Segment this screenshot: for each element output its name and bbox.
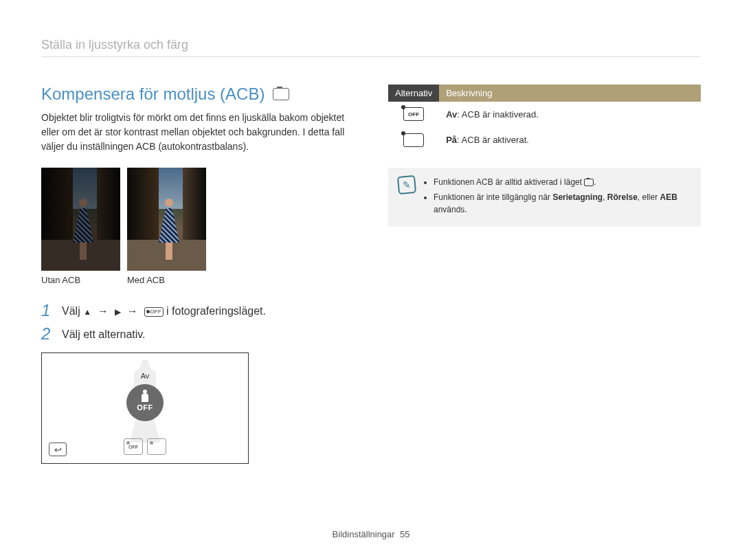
back-button[interactable]: ↩: [49, 443, 67, 456]
note-line-2: Funktionen är inte tillgänglig när Serie…: [434, 191, 691, 216]
selected-option-icon-text: OFF: [137, 403, 153, 412]
footer: Bildinställningar 55: [0, 529, 742, 539]
selected-option-pill[interactable]: Av OFF: [126, 384, 164, 421]
camera-screen: Av OFF OFF ↩: [41, 352, 249, 464]
footer-page: 55: [400, 529, 409, 539]
example-photos: Utan ACB Med ACB: [41, 168, 354, 285]
step-number: 2: [41, 326, 55, 342]
caption-without-acb: Utan ACB: [41, 275, 120, 285]
step-number: 1: [41, 302, 55, 319]
breadcrumb: Ställa in ljusstyrka och färg: [41, 38, 701, 57]
option-thumb-off[interactable]: OFF: [124, 438, 143, 455]
photo-with-acb: [127, 168, 206, 271]
row-desc: : ACB är aktiverat.: [457, 135, 529, 145]
option-thumb-on[interactable]: [147, 438, 166, 455]
table-row: På: ACB är aktiverat.: [388, 126, 701, 153]
camera-icon: [584, 179, 594, 186]
step-2: 2 Välj ett alternativ.: [41, 326, 354, 342]
step1-suffix: i fotograferingsläget.: [166, 305, 266, 317]
page-title: Kompensera för motljus (ACB): [41, 85, 354, 104]
th-description: Beskrivning: [439, 85, 701, 102]
caption-with-acb: Med ACB: [127, 275, 206, 285]
acb-on-icon: [403, 133, 424, 147]
row-bold: På: [446, 135, 457, 145]
step-1: 1 Välj ▲ → ▶ → OFF i fotograferingsläget…: [41, 302, 354, 319]
photo-without-acb: [41, 168, 120, 271]
camera-mode-icon: [273, 88, 289, 100]
options-table: Alternativ Beskrivning OFF Av: ACB är in…: [388, 85, 701, 153]
note-box: ✎ Funktionen ACB är alltid aktiverad i l…: [388, 168, 701, 227]
acb-off-icon: OFF: [403, 107, 424, 121]
step1-prefix: Välj: [62, 305, 83, 317]
up-arrow-icon: ▲: [83, 307, 91, 317]
footer-section: Bildinställningar: [333, 529, 395, 539]
acb-off-icon: OFF: [144, 307, 164, 317]
th-option: Alternativ: [388, 85, 439, 102]
selected-option-label: Av: [126, 372, 164, 380]
note-icon: ✎: [397, 175, 416, 194]
title-text: Kompensera för motljus (ACB): [41, 85, 265, 104]
right-chevron-icon: ▶: [115, 307, 121, 317]
table-row: OFF Av: ACB är inaktiverad.: [388, 102, 701, 126]
intro-paragraph: Objektet blir troligtvis för mörkt om de…: [41, 111, 354, 154]
note-line-1: Funktionen ACB är alltid aktiverad i läg…: [434, 176, 691, 188]
row-bold: Av: [446, 109, 457, 120]
row-desc: : ACB är inaktiverad.: [457, 109, 539, 120]
step2-text: Välj ett alternativ.: [62, 326, 354, 341]
